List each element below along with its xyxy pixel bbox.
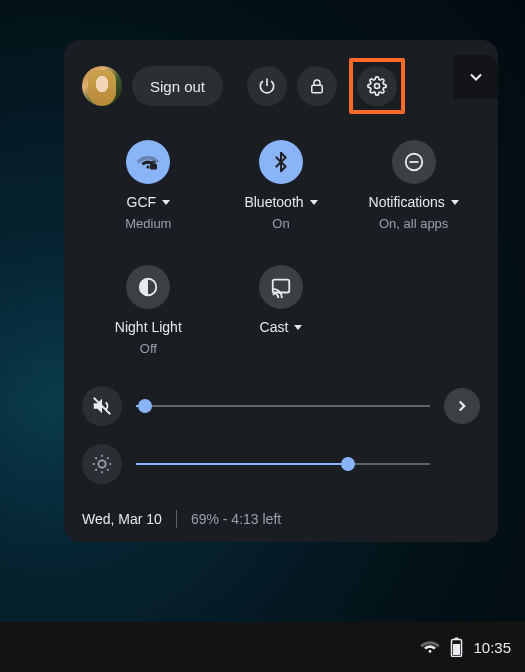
wifi-label: GCF [127, 194, 171, 210]
brightness-row [82, 444, 480, 484]
caret-icon [294, 325, 302, 330]
chevron-down-icon [466, 67, 486, 87]
gear-icon [367, 76, 387, 96]
volume-slider[interactable] [136, 396, 430, 416]
panel-footer: Wed, Mar 10 69% - 4:13 left [82, 506, 480, 528]
quick-toggle-grid: GCF Medium Bluetooth On Notifications On… [82, 140, 480, 356]
night-light-tile[interactable]: Night Light Off [82, 265, 215, 356]
cast-icon [270, 276, 292, 298]
caret-icon [162, 200, 170, 205]
power-icon [257, 76, 277, 96]
bluetooth-tile[interactable]: Bluetooth On [215, 140, 348, 231]
lock-icon [308, 77, 326, 95]
settings-highlight [349, 58, 405, 114]
power-button[interactable] [247, 66, 287, 106]
notifications-sub: On, all apps [379, 216, 448, 231]
brightness-button[interactable] [82, 444, 122, 484]
taskbar: 10:35 [0, 622, 525, 672]
volume-row [82, 386, 480, 426]
settings-button[interactable] [357, 66, 397, 106]
taskbar-battery-icon[interactable] [450, 637, 463, 657]
wifi-tile[interactable]: GCF Medium [82, 140, 215, 231]
svg-rect-11 [455, 638, 459, 640]
cast-tile[interactable]: Cast [215, 265, 348, 356]
bluetooth-toggle[interactable] [259, 140, 303, 184]
lock-button[interactable] [297, 66, 337, 106]
svg-point-1 [375, 84, 380, 89]
cast-toggle[interactable] [259, 265, 303, 309]
bluetooth-label: Bluetooth [244, 194, 317, 210]
top-row: Sign out [82, 58, 480, 114]
night-light-toggle[interactable] [126, 265, 170, 309]
notifications-label: Notifications [369, 194, 459, 210]
chevron-right-icon [453, 397, 471, 415]
bluetooth-icon [270, 151, 292, 173]
night-light-label: Night Light [115, 319, 182, 335]
svg-rect-6 [273, 280, 290, 293]
collapse-button[interactable] [454, 55, 498, 99]
svg-point-9 [98, 460, 105, 467]
wifi-icon [136, 150, 160, 174]
taskbar-clock[interactable]: 10:35 [473, 639, 511, 656]
bluetooth-sub: On [272, 216, 289, 231]
wifi-sub: Medium [125, 216, 171, 231]
quick-settings-panel: Sign out GCF Medium Blu [64, 40, 498, 542]
svg-rect-2 [150, 164, 157, 170]
caret-icon [451, 200, 459, 205]
sign-out-button[interactable]: Sign out [132, 66, 223, 106]
volume-mute-button[interactable] [82, 386, 122, 426]
volume-expand-button[interactable] [444, 388, 480, 424]
notifications-tile[interactable]: Notifications On, all apps [347, 140, 480, 231]
svg-rect-0 [312, 85, 323, 93]
dnd-icon [403, 151, 425, 173]
separator [176, 510, 177, 528]
svg-point-7 [273, 293, 275, 295]
volume-mute-icon [91, 395, 113, 417]
cast-label: Cast [260, 319, 303, 335]
wifi-toggle[interactable] [126, 140, 170, 184]
footer-battery: 69% - 4:13 left [191, 511, 281, 527]
avatar[interactable] [82, 66, 122, 106]
caret-icon [310, 200, 318, 205]
night-light-icon [137, 276, 159, 298]
brightness-icon [91, 453, 113, 475]
taskbar-wifi-icon[interactable] [420, 637, 440, 657]
night-light-sub: Off [140, 341, 157, 356]
brightness-slider[interactable] [136, 454, 430, 474]
footer-date: Wed, Mar 10 [82, 511, 162, 527]
svg-rect-12 [453, 644, 460, 655]
notifications-toggle[interactable] [392, 140, 436, 184]
